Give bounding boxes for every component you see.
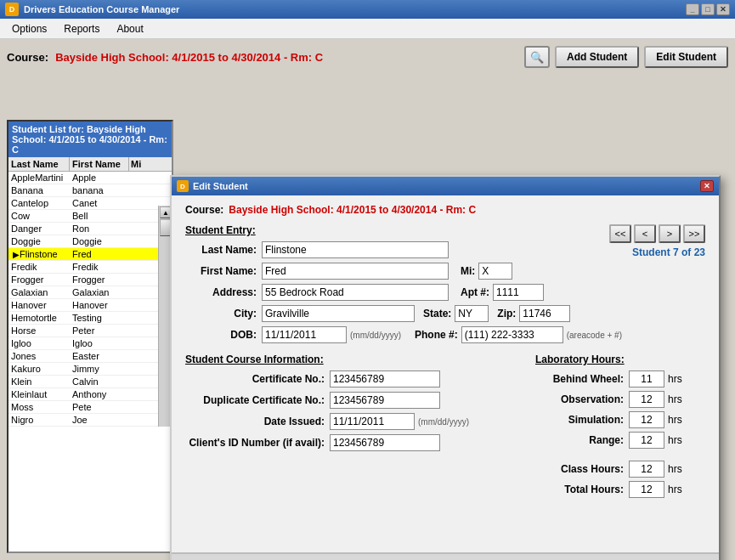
- dup-cert-row: Duplicate Certificate No.:: [185, 392, 518, 409]
- last-name-label: Last Name:: [185, 244, 262, 256]
- state-input[interactable]: [455, 305, 489, 322]
- simulation-input[interactable]: [629, 411, 664, 428]
- col-mi: Mi: [129, 157, 146, 171]
- search-button[interactable]: 🔍: [524, 46, 550, 68]
- total-hours-row: Total Hours: hrs: [535, 481, 705, 498]
- nav-last-button[interactable]: >>: [683, 224, 705, 243]
- city-label: City:: [185, 308, 262, 320]
- student-row[interactable]: Nigro Joe: [8, 414, 172, 427]
- student-row[interactable]: Kakuro Jimmy: [8, 363, 172, 376]
- date-issued-input[interactable]: [330, 413, 415, 430]
- student-row[interactable]: Banana banana: [8, 184, 172, 197]
- city-row: City: State: Zip:: [185, 305, 705, 322]
- menu-about[interactable]: About: [108, 20, 151, 37]
- main-area: Course: Bayside High School: 4/1/2015 to…: [0, 39, 735, 560]
- student-row[interactable]: Frogger Frogger: [8, 274, 172, 286]
- dob-hint: (mm/dd/yyyy): [350, 331, 401, 340]
- student-row[interactable]: Cantelop Canet: [8, 197, 172, 210]
- maximize-button[interactable]: □: [701, 3, 715, 15]
- section-course-title: Student Course Information:: [185, 354, 518, 365]
- apt-label: Apt #:: [461, 286, 489, 298]
- menu-options[interactable]: Options: [3, 20, 55, 37]
- menu-reports[interactable]: Reports: [55, 20, 108, 37]
- class-hours-label: Class Hours:: [535, 463, 629, 475]
- student-list: AppleMartini Apple Banana banana Cantelo…: [8, 172, 172, 427]
- minimize-button[interactable]: _: [686, 3, 699, 15]
- edit-student-dialog: D Edit Student ✕ << < > >> Student 7 of …: [170, 175, 721, 560]
- dob-input[interactable]: [262, 326, 347, 343]
- behind-wheel-input[interactable]: [629, 371, 664, 387]
- range-label: Range:: [535, 434, 629, 446]
- course-info-section: Student Course Information: Certificate …: [185, 350, 518, 501]
- dup-cert-input[interactable]: [330, 392, 440, 409]
- student-row[interactable]: Galaxian Galaxian: [8, 286, 172, 299]
- col-first-name: First Name: [70, 157, 129, 171]
- student-row[interactable]: Kleinlaut Anthony: [8, 388, 172, 401]
- total-hours-unit: hrs: [668, 484, 682, 495]
- nav-next-button[interactable]: >: [659, 224, 681, 243]
- student-row[interactable]: Hanover Hanover: [8, 299, 172, 312]
- student-row[interactable]: Horse Peter: [8, 325, 172, 337]
- first-name-row: First Name: Mi:: [185, 263, 705, 280]
- nav-prev-button[interactable]: <: [634, 224, 656, 243]
- behind-wheel-row: Behind Wheel: hrs: [535, 371, 705, 387]
- apt-input[interactable]: [493, 284, 544, 301]
- behind-wheel-unit: hrs: [668, 373, 682, 385]
- last-name-input[interactable]: [262, 241, 449, 258]
- edit-student-button[interactable]: Edit Student: [644, 46, 728, 68]
- cert-no-input[interactable]: [330, 371, 440, 387]
- client-id-input[interactable]: [330, 434, 440, 451]
- address-input[interactable]: [262, 284, 449, 301]
- mi-label: Mi:: [461, 265, 475, 277]
- dialog-title: Edit Student: [193, 181, 248, 191]
- dialog-footer: Save New Delete Close: [172, 552, 719, 560]
- dob-row: DOB: (mm/dd/yyyy) Phone #: (areacode + #…: [185, 326, 705, 343]
- mi-input[interactable]: [478, 263, 512, 280]
- zip-input[interactable]: [519, 305, 570, 322]
- class-hours-row: Class Hours: hrs: [535, 461, 705, 478]
- dup-cert-label: Duplicate Certificate No.:: [185, 394, 330, 406]
- nav-first-button[interactable]: <<: [609, 224, 631, 243]
- window-controls: _ □ ✕: [686, 3, 730, 15]
- first-name-input[interactable]: [262, 263, 449, 280]
- title-bar: D Drivers Education Course Manager _ □ ✕: [0, 0, 735, 19]
- simulation-unit: hrs: [668, 414, 682, 426]
- student-row[interactable]: Doggie Doggie: [8, 235, 172, 248]
- lab-hours-section: Laboratory Hours: Behind Wheel: hrs Obse…: [535, 350, 705, 501]
- dialog-close-button[interactable]: ✕: [700, 180, 714, 192]
- behind-wheel-label: Behind Wheel:: [535, 373, 629, 385]
- course-label: Course:: [7, 51, 48, 64]
- dialog-course-label: Course:: [185, 204, 223, 216]
- close-button[interactable]: ✕: [716, 3, 730, 15]
- total-hours-input[interactable]: [629, 481, 664, 498]
- date-issued-row: Date Issued: (mm/dd/yyyy): [185, 413, 518, 430]
- student-row[interactable]: Igloo Igloo: [8, 337, 172, 350]
- student-row[interactable]: ▶Flinstone Fred: [8, 248, 172, 261]
- dob-label: DOB:: [185, 329, 262, 341]
- student-row[interactable]: Cow Bell: [8, 210, 172, 223]
- student-row[interactable]: AppleMartini Apple: [8, 172, 172, 184]
- student-row[interactable]: Jones Easter: [8, 350, 172, 363]
- student-row[interactable]: Klein Calvin: [8, 376, 172, 388]
- class-hours-input[interactable]: [629, 461, 664, 478]
- cert-no-label: Certificate No.:: [185, 373, 330, 385]
- city-input[interactable]: [262, 305, 415, 322]
- course-header: Course: Bayside High School: 4/1/2015 to…: [7, 46, 728, 68]
- class-hours-unit: hrs: [668, 463, 682, 475]
- date-hint: (mm/dd/yyyy): [418, 417, 469, 427]
- col-last-name: Last Name: [8, 157, 70, 171]
- student-row[interactable]: Fredik Fredik: [8, 261, 172, 274]
- student-row[interactable]: Hemotortle Testing: [8, 312, 172, 325]
- two-col-section: Student Course Information: Certificate …: [185, 350, 705, 501]
- first-name-label: First Name:: [185, 265, 262, 277]
- simulation-row: Simulation: hrs: [535, 411, 705, 428]
- address-label: Address:: [185, 286, 262, 298]
- add-student-button[interactable]: Add Student: [555, 46, 639, 68]
- student-list-header: Student List for: Bayside High School: 4…: [8, 122, 172, 157]
- section-lab-title: Laboratory Hours:: [535, 354, 705, 365]
- student-row[interactable]: Danger Ron: [8, 223, 172, 235]
- phone-input[interactable]: [461, 326, 563, 343]
- range-input[interactable]: [629, 432, 664, 449]
- observation-input[interactable]: [629, 391, 664, 408]
- student-row[interactable]: Moss Pete: [8, 401, 172, 414]
